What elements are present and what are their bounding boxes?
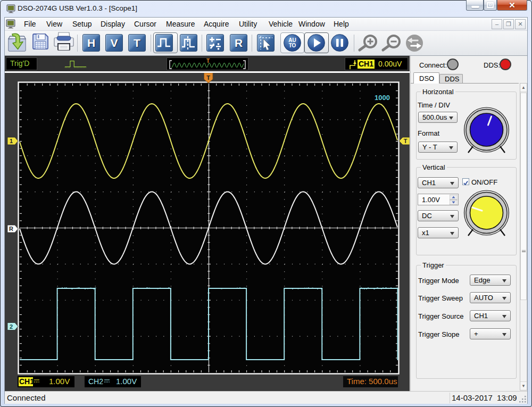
svg-text:1.00V: 1.00V (49, 377, 70, 386)
svg-text:CH1: CH1 (19, 377, 34, 386)
svg-text:1000: 1000 (375, 94, 390, 102)
svg-text:T: T (206, 74, 210, 81)
svg-text:2: 2 (10, 323, 13, 330)
svg-text:CH2: CH2 (88, 377, 103, 386)
svg-text:T: T (404, 138, 408, 144)
svg-text:R: R (9, 226, 13, 232)
svg-text:Time: 500.0us: Time: 500.0us (347, 377, 397, 386)
svg-text:1: 1 (10, 138, 13, 144)
svg-text:1.00V: 1.00V (116, 377, 137, 386)
